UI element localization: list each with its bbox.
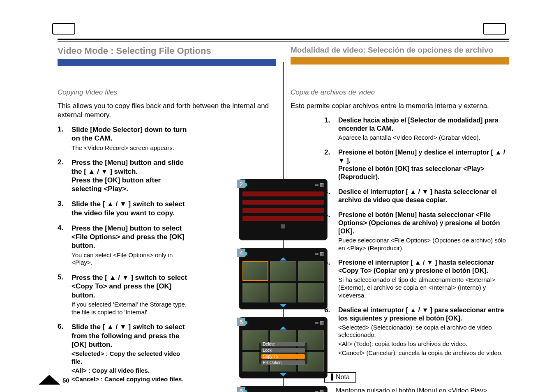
menu-item: PB Option (261, 360, 305, 365)
steps-right: 1. Deslice hacia abajo el [Selector de m… (324, 116, 509, 357)
section-title-right: Modalidad de video: Selección de opcione… (291, 46, 509, 55)
menu-line (242, 216, 324, 221)
step-bold: Slide the [ ▲ / ▼ ] switch to select the… (72, 200, 189, 217)
step-num: 3. (58, 200, 66, 217)
step-num: 5. (58, 273, 66, 316)
step-bold: Deslice el interruptor [ ▲ / ▼ ] hasta s… (338, 188, 509, 204)
page-number: 50 (62, 377, 69, 384)
subhead-left: Copying Video files (58, 88, 276, 97)
screen-number: 5 (237, 318, 245, 326)
menu-item: Copy To (261, 354, 305, 359)
note-text-right: Mantenga pulsado el botón [Menu] en <Vid… (324, 387, 509, 392)
footer-triangle-icon (39, 375, 60, 385)
step-num: 2. (58, 158, 66, 193)
step-num: 1. (58, 125, 66, 152)
step-bold: Presione el botón [Menu] y deslice el in… (338, 148, 509, 181)
note-label-text: Nota (331, 374, 350, 380)
step-sub: Aparece la pantalla <Video Record> (Grab… (338, 134, 509, 142)
thumbnail (298, 283, 324, 302)
steps-left: 1. Slide [Mode Selector] down to turn on… (58, 125, 189, 383)
battery-icon: ▭ ▥ (314, 320, 324, 325)
screen-5: 5 ⬢ ▭ ▥ (239, 317, 328, 378)
menu-line (242, 200, 324, 205)
step-item: <Selected> : Copy the selected video fil… (72, 350, 189, 366)
screen-2: 2 ⬢ ▭ ▥ (239, 179, 328, 240)
thumbnail (270, 283, 296, 302)
corner-box-left (52, 23, 75, 35)
battery-icon: ▭ ▥ (314, 251, 324, 256)
thumbnail (242, 283, 268, 302)
battery-icon: ▭ ▥ (314, 389, 324, 392)
stop-icon (281, 224, 285, 228)
thumbnail (270, 261, 296, 281)
screen-number: 2 (237, 180, 245, 188)
step-bold: Press the [Menu] button and slide the [ … (72, 158, 189, 193)
step-bold: Deslice hacia abajo el [Selector de moda… (338, 116, 509, 133)
intro-left: This allows you to copy files back and f… (58, 101, 276, 120)
arrow-down-icon (280, 304, 286, 307)
menu-item: Lock (261, 348, 305, 353)
step-num: 2. (324, 148, 332, 181)
step-num: 4. (58, 224, 66, 267)
menu-item: Delete (261, 342, 305, 346)
step-sub: The <Video Record> screen appears. (72, 144, 189, 152)
section-title-left: Video Mode : Selecting File Options (58, 46, 276, 56)
header-corner-boxes (52, 23, 506, 35)
screen-number: 4 (237, 249, 245, 257)
note-label-right: Nota (324, 372, 356, 383)
subhead-right: Copia de archivos de video (291, 88, 509, 97)
step-bold: Slide [Mode Selector] down to turn on th… (72, 125, 189, 143)
menu-line (242, 191, 324, 196)
intro-right: Esto permite copiar archivos entre la me… (291, 101, 509, 111)
step-bold: Slide the [ ▲ / ▼ ] switch to select fro… (72, 323, 189, 349)
step-bold: Presione el botón [Menu] hasta seleccion… (338, 211, 509, 235)
step-bold: Press the [ ▲ / ▼ ] switch to select <Co… (72, 273, 189, 300)
orange-bar (291, 57, 509, 65)
menu-overlay: Delete Lock Copy To PB Option (259, 343, 308, 364)
rule-thick (58, 39, 509, 40)
step-item: <Selected> (Seleccionado): se copia el a… (338, 324, 509, 339)
arrow-down-icon (280, 373, 286, 376)
step-sub: Puede seleccionar <File Options> (Opcion… (338, 237, 509, 252)
step-num: 1. (324, 116, 332, 142)
battery-icon: ▭ ▥ (314, 182, 324, 187)
step-sub: You can select <File Options> only in <P… (72, 251, 189, 267)
device-screens: 2 ⬢ ▭ ▥ (239, 179, 328, 392)
corner-box-right (483, 23, 506, 35)
step-sub: If you selected 'External' the Storage t… (72, 301, 189, 316)
arrow-up-icon (280, 326, 286, 330)
step-sub: Si ha seleccionado el tipo de almacenami… (338, 276, 509, 299)
step-item: <Cancel> (Cancelar): cancela la copia de… (338, 349, 509, 357)
step-bold: Deslice el interruptor [ ▲ / ▼ ] para se… (338, 306, 509, 323)
step-item: <All> : Copy all video files. (72, 367, 189, 375)
rule-thin (58, 41, 509, 42)
arrow-up-icon (280, 257, 286, 261)
step-bold: Press the [Menu] button to select <File … (72, 224, 189, 250)
thumbnail (242, 261, 268, 281)
step-item: <Cancel> : Cancel copying video files. (72, 376, 189, 383)
menu-line (242, 208, 324, 213)
blue-bar (58, 59, 276, 66)
screen-4: 4 ⬢ ▭ ▥ (239, 248, 328, 309)
screen-6: 6 ⬢ ▭ ▥ (239, 386, 328, 392)
step-bold: Presione el interruptor [ ▲ / ▼ ] hasta … (338, 258, 509, 275)
screen-number: 6 (237, 387, 245, 392)
thumbnail (298, 261, 324, 281)
step-item: <All> (Todo): copia todos los archivos d… (338, 340, 509, 348)
